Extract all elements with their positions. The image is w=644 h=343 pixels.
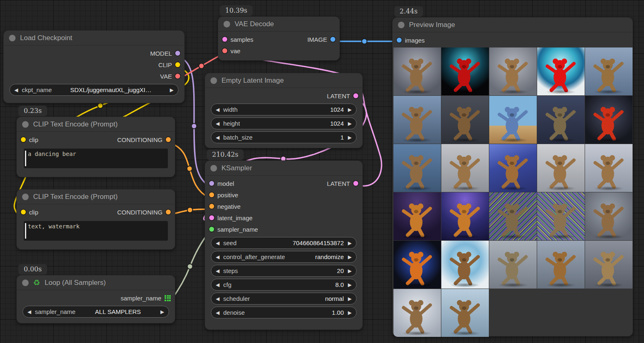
batch-size-widget[interactable]: batch_size 1	[211, 131, 357, 143]
next-arrow[interactable]	[160, 309, 164, 315]
next-arrow[interactable]	[348, 268, 352, 274]
vae-input-port[interactable]	[222, 48, 227, 53]
prev-arrow[interactable]	[216, 310, 219, 316]
node-header[interactable]: Empty Latent Image	[205, 73, 362, 88]
height-widget[interactable]: height 1024	[211, 117, 357, 129]
reroute-dot-blue[interactable]	[362, 39, 367, 44]
control-after-generate-widget[interactable]: control_after_generate randomize	[211, 251, 357, 263]
widget-value: 8.0	[235, 281, 344, 288]
node-header[interactable]: ♻ Loop (All Samplers)	[17, 275, 175, 290]
collapse-dot[interactable]	[22, 194, 29, 200]
widget-value: normal	[254, 295, 343, 302]
cfg-widget[interactable]: cfg 8.0	[211, 279, 357, 291]
prev-arrow[interactable]	[27, 309, 31, 315]
conditioning-output-port[interactable]	[166, 137, 171, 142]
sampler-name-input-port[interactable]	[209, 227, 214, 232]
collapse-dot[interactable]	[398, 22, 404, 28]
reroute-dot-orange-negative[interactable]	[188, 208, 193, 213]
collapse-dot[interactable]	[9, 35, 16, 41]
latent-output-port[interactable]	[353, 181, 358, 186]
denoise-widget[interactable]: denoise 1.00	[211, 307, 357, 318]
samples-input-port[interactable]	[222, 37, 227, 42]
node-header[interactable]: CLIP Text Encode (Prompt)	[17, 190, 175, 204]
preview-image-cell	[393, 96, 441, 144]
collapse-dot[interactable]	[224, 21, 230, 27]
image-output-port[interactable]	[330, 37, 335, 42]
reroute-dot-orange-positive[interactable]	[187, 166, 192, 172]
node-empty-latent-image[interactable]: Empty Latent Image LATENT width 1024 hei…	[205, 73, 363, 148]
reroute-dot-sage[interactable]	[188, 264, 193, 269]
seed-widget[interactable]: seed 704660864153872	[211, 237, 357, 249]
node-clip-text-encode-negative[interactable]: CLIP Text Encode (Prompt) clip CONDITION…	[16, 189, 175, 250]
next-arrow[interactable]	[170, 87, 174, 93]
prompt-text-area[interactable]: text, watermark	[24, 221, 168, 241]
comfyui-canvas[interactable]: { "canvas": {"background": "#242424"}, "…	[0, 0, 644, 343]
prompt-text-area[interactable]: a dancing bear	[24, 149, 168, 168]
collapse-dot[interactable]	[22, 280, 29, 286]
collapse-dot[interactable]	[22, 121, 29, 128]
reroute-dot-red[interactable]	[199, 63, 204, 69]
multi-output-grid-icon[interactable]	[165, 295, 171, 301]
collapse-dot[interactable]	[210, 165, 217, 172]
node-header[interactable]: Preview Image	[393, 18, 633, 32]
scheduler-widget[interactable]: scheduler normal	[211, 293, 357, 305]
node-vae-decode[interactable]: 10.39s VAE Decode samples IMAGE vae	[218, 16, 340, 61]
node-title: VAE Decode	[235, 20, 274, 28]
positive-input-port[interactable]	[209, 192, 214, 197]
dancing-bear-figure	[495, 100, 531, 143]
width-widget[interactable]: width 1024	[211, 104, 357, 115]
prev-arrow[interactable]	[14, 87, 18, 93]
node-header[interactable]: KSampler	[205, 161, 362, 176]
prev-arrow[interactable]	[216, 254, 219, 260]
conditioning-output-port[interactable]	[166, 210, 171, 214]
node-title: CLIP Text Encode (Prompt)	[33, 120, 118, 129]
widget-label: sampler_name	[35, 308, 75, 315]
widget-value: 704660864153872	[241, 239, 344, 246]
next-arrow[interactable]	[348, 107, 352, 113]
preview-image-cell	[441, 289, 489, 337]
clip-output-port[interactable]	[175, 62, 180, 67]
next-arrow[interactable]	[348, 240, 352, 246]
node-header[interactable]: CLIP Text Encode (Prompt)	[17, 117, 175, 132]
next-arrow[interactable]	[348, 310, 352, 316]
sampler-name-widget[interactable]: sampler_name ALL SAMPLERS	[23, 306, 169, 318]
latent-output-port[interactable]	[353, 93, 358, 98]
prev-arrow[interactable]	[216, 240, 219, 246]
node-header[interactable]: Load Checkpoint	[4, 31, 184, 45]
reroute-dot-yellow[interactable]	[98, 103, 103, 108]
clip-input-port[interactable]	[21, 210, 26, 214]
collapse-dot[interactable]	[210, 77, 217, 84]
ckpt-name-widget[interactable]: ckpt_name SDXL/juggernautXL_juggXI…	[9, 84, 179, 96]
vae-output-port[interactable]	[175, 74, 180, 79]
next-arrow[interactable]	[348, 135, 352, 140]
input-label: clip	[29, 136, 38, 143]
node-header[interactable]: VAE Decode	[218, 17, 339, 32]
reroute-dot-purple[interactable]	[192, 124, 197, 129]
latent-image-input-port[interactable]	[209, 215, 214, 220]
images-input-port[interactable]	[397, 38, 402, 43]
next-arrow[interactable]	[348, 254, 352, 260]
prev-arrow[interactable]	[216, 121, 219, 126]
input-label: vae	[230, 47, 240, 54]
dancing-bear-figure	[495, 149, 531, 192]
clip-input-port[interactable]	[21, 137, 26, 142]
next-arrow[interactable]	[348, 282, 352, 288]
negative-input-port[interactable]	[209, 204, 214, 209]
steps-widget[interactable]: steps 20	[211, 265, 357, 277]
dancing-bear-figure	[590, 197, 627, 240]
prev-arrow[interactable]	[216, 268, 219, 274]
node-clip-text-encode-positive[interactable]: 0.23s CLIP Text Encode (Prompt) clip CON…	[16, 117, 175, 177]
next-arrow[interactable]	[348, 296, 352, 302]
prev-arrow[interactable]	[216, 107, 219, 113]
prev-arrow[interactable]	[216, 296, 219, 302]
node-loop-all-samplers[interactable]: 0.00s ♻ Loop (All Samplers) sampler_name…	[16, 275, 175, 323]
preview-image-grid	[393, 47, 633, 337]
node-preview-image[interactable]: 2.44s Preview Image images	[392, 17, 633, 336]
next-arrow[interactable]	[348, 121, 352, 126]
model-output-port[interactable]	[175, 51, 180, 56]
node-load-checkpoint[interactable]: Load Checkpoint MODEL CLIP VAE ckpt_name…	[3, 30, 185, 103]
model-input-port[interactable]	[209, 181, 214, 186]
prev-arrow[interactable]	[216, 282, 219, 288]
node-ksampler[interactable]: 210.42s KSampler model LATENT positive n…	[205, 160, 363, 330]
prev-arrow[interactable]	[216, 135, 219, 140]
